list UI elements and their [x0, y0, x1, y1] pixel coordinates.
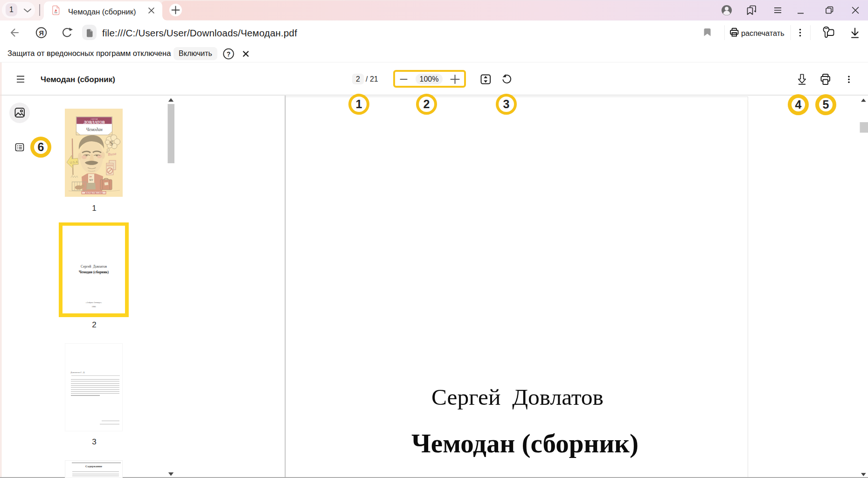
svg-text:Я: Я [39, 29, 43, 37]
svg-text:?: ? [227, 50, 231, 58]
